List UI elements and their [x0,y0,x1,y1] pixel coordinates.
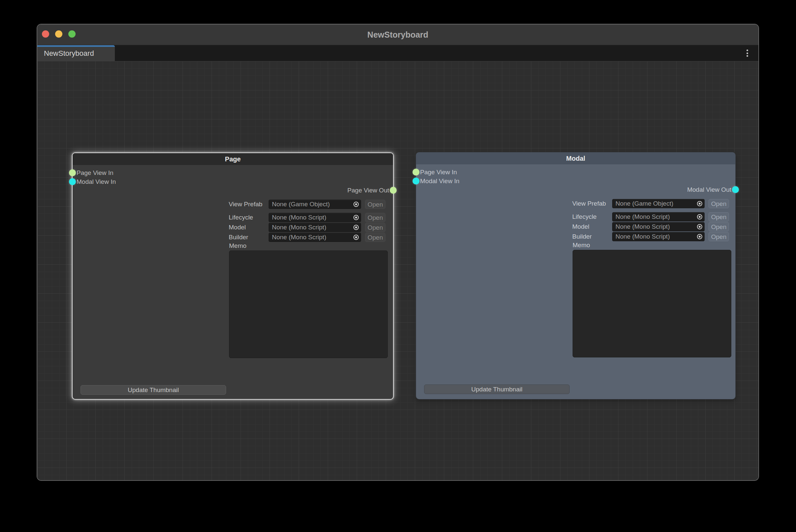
tab-newstoryboard[interactable]: NewStoryboard [37,45,115,61]
object-picker-icon[interactable] [354,202,359,207]
object-picker-icon[interactable] [354,215,359,220]
builder-object-field[interactable]: None (Mono Script) [269,233,361,242]
object-field-value: None (Game Object) [269,200,361,209]
memo-label: Memo [229,242,247,249]
open-model-button[interactable]: Open [365,223,385,232]
page-view-out-port-icon[interactable] [390,187,397,194]
modal-view-in-port-icon[interactable] [413,177,419,185]
graph-canvas[interactable]: Page Page View In Modal View In Page Vie… [37,61,758,480]
field-row-lifecycle: Lifecycle None (Mono Script) Open [572,212,730,222]
object-field-value: None (Mono Script) [269,223,361,232]
field-row-builder: Builder None (Mono Script) Open [572,232,730,241]
port-label: Modal View Out [687,186,731,193]
field-label: Builder [572,233,612,240]
node-modal-header[interactable]: Modal [416,152,735,164]
object-picker-icon[interactable] [697,214,702,220]
object-field-value: None (Mono Script) [269,213,361,222]
port-label: Modal View In [420,177,459,185]
open-model-button[interactable]: Open [708,222,729,231]
node-page-input-ports: Page View In Modal View In [69,168,116,186]
node-page-fields: View Prefab None (Game Object) Open Life… [229,200,386,243]
lifecycle-object-field[interactable]: None (Mono Script) [612,212,705,222]
node-page-header[interactable]: Page [73,153,393,165]
port-row-modal-view-out: Modal View Out [687,185,739,194]
object-picker-icon[interactable] [697,224,702,229]
model-object-field[interactable]: None (Mono Script) [269,223,361,232]
open-builder-button[interactable]: Open [708,232,729,241]
object-field-value: None (Mono Script) [269,233,361,242]
open-lifecycle-button[interactable]: Open [365,213,385,222]
page-view-in-port-icon[interactable] [413,169,419,175]
update-thumbnail-button[interactable]: Update Thumbnail [80,385,226,395]
object-field-value: None (Mono Script) [612,212,704,221]
node-modal-fields: View Prefab None (Game Object) Open Life… [572,199,730,242]
node-page[interactable]: Page Page View In Modal View In Page Vie… [72,152,394,400]
memo-label: Memo [573,242,590,249]
node-modal[interactable]: Modal Page View In Modal View In Modal V… [416,152,736,399]
object-picker-icon[interactable] [697,234,702,239]
update-thumbnail-button[interactable]: Update Thumbnail [424,384,570,394]
open-view-prefab-button[interactable]: Open [708,199,729,208]
field-label: Builder [229,234,269,241]
port-row-modal-view-in: Modal View In [69,177,116,186]
field-label: Model [229,224,269,231]
object-field-value: None (Mono Script) [612,232,704,241]
field-label: Model [572,223,612,230]
node-modal-title: Modal [566,155,585,163]
desktop-background: NewStoryboard NewStoryboard Page Page Vi… [0,0,796,532]
memo-textarea[interactable] [229,250,388,358]
object-picker-icon[interactable] [697,201,702,206]
port-row-page-view-out: Page View Out [347,186,397,195]
port-row-modal-view-in: Modal View In [413,176,459,186]
open-builder-button[interactable]: Open [365,233,385,242]
port-label: Page View In [77,169,114,176]
builder-object-field[interactable]: None (Mono Script) [612,232,705,241]
port-row-page-view-in: Page View In [69,168,116,177]
object-picker-icon[interactable] [354,235,359,240]
node-page-title: Page [225,155,241,163]
port-label: Page View In [420,169,457,176]
view-prefab-object-field[interactable]: None (Game Object) [269,200,361,209]
window-titlebar[interactable]: NewStoryboard [37,24,758,45]
field-label: Lifecycle [229,214,269,221]
field-row-view-prefab: View Prefab None (Game Object) Open [572,199,730,208]
view-prefab-object-field[interactable]: None (Game Object) [612,199,705,208]
field-row-model: Model None (Mono Script) Open [229,223,386,232]
model-object-field[interactable]: None (Mono Script) [612,222,705,231]
tab-label: NewStoryboard [44,45,94,61]
field-row-lifecycle: Lifecycle None (Mono Script) Open [229,213,386,222]
object-field-value: None (Game Object) [612,200,704,208]
field-row-model: Model None (Mono Script) Open [572,222,730,231]
memo-textarea[interactable] [573,250,731,357]
tab-bar: NewStoryboard [37,45,758,61]
object-picker-icon[interactable] [354,225,359,230]
open-view-prefab-button[interactable]: Open [365,200,385,209]
field-row-view-prefab: View Prefab None (Game Object) Open [229,200,386,209]
modal-view-out-port-icon[interactable] [732,186,739,193]
field-row-builder: Builder None (Mono Script) Open [229,233,386,242]
window-title: NewStoryboard [37,24,758,45]
object-field-value: None (Mono Script) [612,223,704,231]
node-modal-input-ports: Page View In Modal View In [413,168,459,186]
lifecycle-object-field[interactable]: None (Mono Script) [269,213,361,222]
port-label: Modal View In [77,178,116,186]
port-row-page-view-in: Page View In [413,168,459,176]
field-label: View Prefab [229,201,269,208]
modal-view-in-port-icon[interactable] [69,178,76,185]
page-view-in-port-icon[interactable] [69,169,76,176]
open-lifecycle-button[interactable]: Open [708,212,729,222]
field-label: View Prefab [572,200,612,207]
editor-window: NewStoryboard NewStoryboard Page Page Vi… [37,24,759,481]
field-label: Lifecycle [572,213,612,221]
port-label: Page View Out [347,187,389,194]
kebab-menu-icon[interactable] [745,50,749,57]
